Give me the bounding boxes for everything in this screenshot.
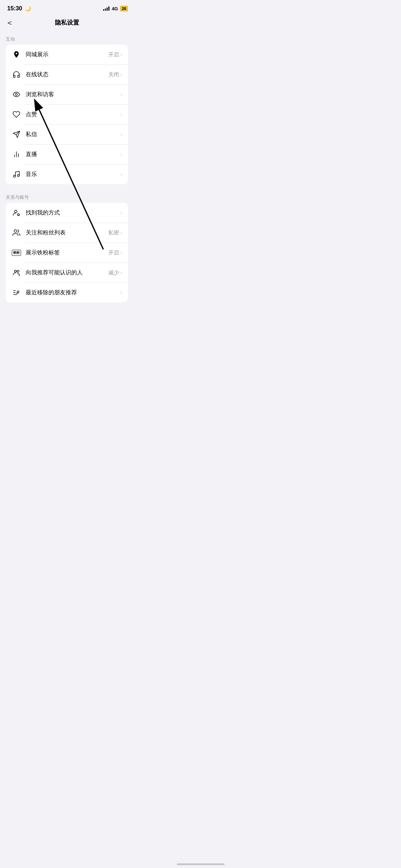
battery-badge: 26 (120, 6, 128, 11)
section-label-guanxi: 关系与账号 (0, 190, 134, 203)
row-label-guanzhu: 关注和粉丝列表 (26, 229, 108, 237)
chevron-icon: › (120, 51, 122, 58)
row-label-zhibo: 直播 (26, 151, 119, 158)
chevron-icon: › (120, 151, 122, 157)
row-label-dianzan: 点赞 (26, 111, 119, 118)
svg-point-7 (17, 175, 20, 177)
row-zhibo[interactable]: 直播 › (6, 144, 128, 164)
signal-bar-1 (103, 9, 104, 11)
svg-point-11 (14, 230, 17, 232)
chevron-icon: › (120, 249, 122, 256)
back-button[interactable]: ＜ (6, 17, 14, 28)
row-zuijin[interactable]: 最近移除的朋友推荐 › (6, 283, 128, 303)
row-tongcheng[interactable]: 同城展示 开启 › (6, 45, 128, 64)
row-label-xin: 私信 (26, 131, 119, 138)
row-zaixian[interactable]: 在线状态 关闭 › (6, 64, 128, 84)
chevron-icon: › (120, 71, 122, 78)
find-user-icon (11, 208, 21, 218)
chevron-icon: › (120, 171, 122, 177)
chevron-icon: › (120, 111, 122, 118)
row-label-tongcheng: 同城展示 (26, 51, 108, 58)
svg-point-17 (17, 291, 19, 293)
row-tuijian[interactable]: 向我推荐可能认识的人 减少 › (6, 263, 128, 283)
status-time: 15:30 (7, 5, 22, 12)
chevron-icon: › (120, 289, 122, 296)
row-label-tiefan: 展示铁粉标签 (26, 249, 108, 257)
tiefan-icon: 铁粉 (11, 248, 21, 258)
row-value-guanzhu: 私密 (108, 229, 119, 236)
chevron-icon: › (120, 131, 122, 138)
signal-bar-3 (107, 7, 108, 11)
recommend-icon (11, 268, 21, 278)
chevron-icon: › (120, 210, 122, 216)
location-icon (11, 50, 21, 60)
card-group-guanxi: 找到我的方式 › 关注和粉丝列表 私密 › 铁粉 展示铁粉标签 开启 › (6, 203, 128, 303)
headphone-icon (11, 69, 21, 79)
row-label-zhaodao: 找到我的方式 (26, 209, 119, 217)
row-dianzan[interactable]: 点赞 › (6, 104, 128, 124)
svg-point-13 (17, 270, 19, 273)
row-guanzhu[interactable]: 关注和粉丝列表 私密 › (6, 223, 128, 243)
chevron-icon: › (120, 269, 122, 276)
row-value-tuijian: 减少 (108, 269, 119, 276)
svg-point-12 (15, 270, 17, 273)
heart-icon (11, 109, 21, 119)
row-zhaodao[interactable]: 找到我的方式 › (6, 203, 128, 223)
removed-friend-icon (11, 288, 21, 298)
signal-bar-2 (105, 9, 106, 11)
row-value-tongcheng: 开启 (108, 51, 119, 58)
page-title: 隐私设置 (55, 19, 79, 27)
status-bar: 15:30 🌙 4G 26 (0, 0, 134, 15)
signal-icon (103, 6, 109, 11)
row-liulan[interactable]: 浏览和访客 › (6, 84, 128, 104)
row-value-tiefan: 开启 (108, 249, 119, 256)
chevron-icon: › (120, 91, 122, 98)
row-label-tuijian: 向我推荐可能认识的人 (26, 269, 108, 277)
bar-chart-icon (11, 149, 21, 159)
tiefan-badge-text: 铁粉 (12, 250, 21, 256)
nav-bar: ＜ 隐私设置 (0, 15, 134, 32)
moon-icon: 🌙 (25, 6, 31, 11)
row-xin[interactable]: 私信 › (6, 124, 128, 144)
svg-point-6 (14, 175, 16, 177)
svg-point-0 (15, 93, 17, 95)
row-label-zaixian: 在线状态 (26, 71, 108, 78)
row-yinyue[interactable]: 音乐 › (6, 164, 128, 184)
row-value-zaixian: 关闭 (108, 71, 119, 78)
status-icons: 4G 26 (103, 6, 128, 11)
row-label-zuijin: 最近移除的朋友推荐 (26, 289, 119, 296)
status-time-group: 15:30 🌙 (7, 5, 31, 12)
section-label-hudong: 互动 (0, 32, 134, 45)
svg-point-8 (15, 210, 17, 213)
music-icon (11, 169, 21, 179)
svg-line-10 (19, 215, 19, 216)
card-group-hudong: 同城展示 开启 › 在线状态 关闭 › 浏览和访客 › (6, 45, 128, 184)
message-icon (11, 129, 21, 139)
row-label-liulan: 浏览和访客 (26, 91, 119, 98)
network-label: 4G (112, 6, 118, 11)
row-tiefan[interactable]: 铁粉 展示铁粉标签 开启 › (6, 243, 128, 263)
signal-bar-4 (108, 6, 109, 11)
chevron-icon: › (120, 229, 122, 236)
users-icon (11, 228, 21, 238)
eye-icon (11, 89, 21, 99)
row-label-yinyue: 音乐 (26, 171, 119, 178)
